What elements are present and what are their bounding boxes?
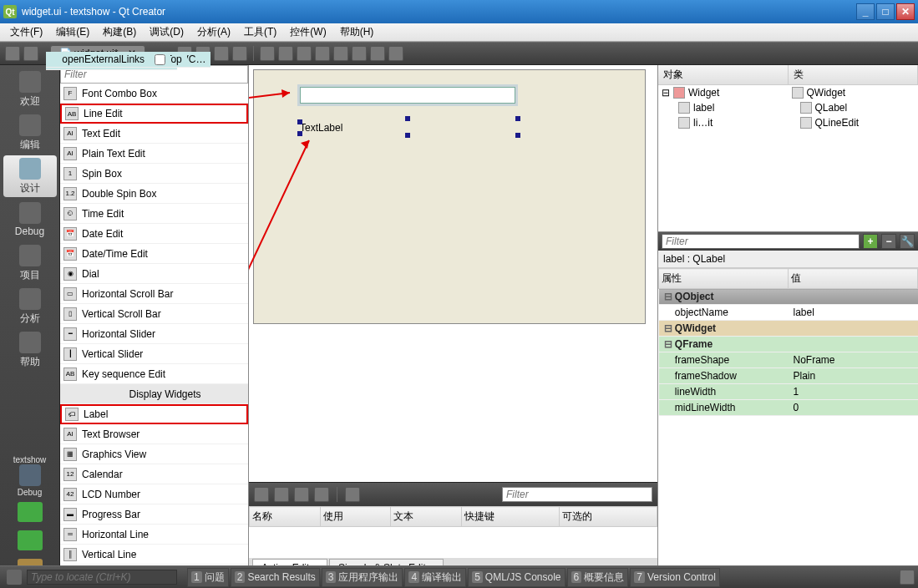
property-add-button[interactable]: + [863,234,878,249]
mode-欢迎[interactable]: 欢迎 [3,68,57,110]
menu-item[interactable]: 工具(T) [237,23,283,41]
property-remove-button[interactable]: − [881,234,896,249]
widget-display-widgets[interactable]: Display Widgets [60,384,248,404]
prop-row[interactable]: ⊟ QWidget [659,321,918,337]
widget-graphics-view[interactable]: ▦Graphics View [60,444,248,464]
menu-item[interactable]: 调试(D) [143,23,190,41]
widget-key-sequence-edit[interactable]: ABKey sequence Edit [60,364,248,384]
maximize-button[interactable]: □ [876,3,895,20]
menu-item[interactable]: 帮助(H) [333,23,381,41]
menu-item[interactable]: 编辑(E) [49,23,96,41]
widget-dial[interactable]: ◉Dial [60,264,248,284]
tool-layout-vs[interactable] [315,46,330,61]
action-new[interactable] [254,487,269,502]
prop-col-name[interactable]: 属性 [659,269,789,289]
close-button[interactable]: ✕ [896,3,915,20]
prop-row[interactable]: ⊟ QObject [659,289,918,305]
tool-layout-form[interactable] [352,46,367,61]
prop-row[interactable]: ⊟ QFrame [659,337,918,352]
property-config-button[interactable]: 🔧 [900,234,915,249]
widget-time-edit[interactable]: ⏲Time Edit [60,204,248,224]
prop-row[interactable]: frameShapeNoFrame [659,352,918,368]
property-editor[interactable]: 属性 值 ⊟ QObject objectNamelabel⊟ QWidget⊟… [658,268,918,582]
widget-list[interactable]: FFont Combo BoxABLine EditAIText EditAIP… [60,84,248,582]
widget-horizontal-line[interactable]: ═Horizontal Line [60,525,248,545]
output-pane-4[interactable]: 4编译输出 [404,568,466,587]
output-pane-3[interactable]: 3应用程序输出 [322,568,403,587]
prop-col-value[interactable]: 值 [789,269,918,289]
mode-编辑[interactable]: 编辑 [3,112,57,154]
menu-item[interactable]: 文件(F) [3,23,49,41]
widget-date/time-edit[interactable]: 📅Date/Time Edit [60,244,248,264]
locator-input[interactable] [27,570,177,585]
widget-calendar[interactable]: 12Calendar [60,464,248,484]
widget-text-edit[interactable]: AIText Edit [60,124,248,144]
mode-帮助[interactable]: 帮助 [3,329,57,371]
widget-text-browser[interactable]: AIText Browser [60,424,248,444]
prop-row[interactable]: objectNamelabel [659,305,918,321]
form-canvas[interactable]: TextLabel [249,65,657,482]
widget-spin-box[interactable]: 1Spin Box [60,164,248,184]
line-edit-widget[interactable] [300,87,515,104]
action-config[interactable] [345,487,360,502]
output-pane-6[interactable]: 6概要信息 [567,568,629,587]
action-filter-input[interactable] [502,487,652,502]
widget-vertical-scroll-bar[interactable]: ▯Vertical Scroll Bar [60,304,248,324]
debug-button[interactable] [18,530,43,550]
forward-button[interactable] [23,46,38,61]
widget-horizontal-slider[interactable]: ━Horizontal Slider [60,324,248,344]
widget-line-edit[interactable]: ABLine Edit [60,104,248,124]
widget-vertical-slider[interactable]: ┃Vertical Slider [60,344,248,364]
action-col[interactable]: 使用 [320,507,391,527]
output-pane-5[interactable]: 5QML/JS Console [468,568,565,587]
label-widget[interactable]: TextLabel [300,122,566,134]
object-row[interactable]: ⊟WidgetQWidget [658,85,918,100]
action-col[interactable]: 快捷键 [461,507,559,527]
tool-adjust-size[interactable] [388,46,403,61]
objtree-col-object[interactable]: 对象 [658,65,789,84]
action-col[interactable]: 文本 [391,507,462,527]
widget-plain-text-edit[interactable]: AIPlain Text Edit [60,144,248,164]
action-col[interactable]: 可选的 [559,507,657,527]
output-pane-1[interactable]: 1问题 [187,568,229,587]
action-table[interactable]: 名称使用文本快捷键可选的 [249,506,657,558]
object-inspector[interactable]: 对象 类 ⊟WidgetQWidgetlabelQLabelli…itQLine… [658,65,918,232]
form-widget[interactable]: TextLabel [253,69,646,324]
menu-item[interactable]: 分析(A) [190,23,237,41]
locator-icon[interactable] [7,570,22,585]
widget-progress-bar[interactable]: ▬Progress Bar [60,504,248,525]
property-filter-input[interactable] [662,234,860,249]
status-toggle[interactable] [900,570,915,585]
object-row[interactable]: labelQLabel [658,100,918,115]
mode-设计[interactable]: 设计 [3,155,57,197]
mode-项目[interactable]: 项目 [3,242,57,284]
back-button[interactable] [5,46,20,61]
widget-lcd-number[interactable]: 42LCD Number [60,484,248,504]
objtree-col-class[interactable]: 类 [789,65,919,84]
widget-date-edit[interactable]: 📅Date Edit [60,224,248,244]
prop-row[interactable]: frameShadowPlain [659,368,918,384]
widget-label[interactable]: 🏷Label [60,404,248,424]
prop-row[interactable]: lineWidth1 [659,384,918,400]
tool-break-layout[interactable] [370,46,385,61]
action-copy[interactable] [274,487,289,502]
tool-layout-grid[interactable] [333,46,348,61]
object-row[interactable]: li…itQLineEdit [658,115,918,130]
menu-item[interactable]: 构建(B) [96,23,143,41]
run-button[interactable] [18,502,43,522]
action-delete[interactable] [314,487,329,502]
output-pane-2[interactable]: 2Search Results [231,568,320,587]
widget-horizontal-scroll-bar[interactable]: ▭Horizontal Scroll Bar [60,284,248,304]
widget-font-combo-box[interactable]: FFont Combo Box [60,84,248,104]
output-pane-7[interactable]: 7Version Control [630,568,720,587]
action-paste[interactable] [294,487,309,502]
mode-分析[interactable]: 分析 [3,286,57,327]
project-selector[interactable]: textshowDebug [3,455,57,497]
widget-vertical-line[interactable]: ║Vertical Line [60,545,248,565]
prop-row[interactable]: midLineWidth0 [659,400,918,416]
widget-double-spin-box[interactable]: 1.2Double Spin Box [60,184,248,204]
minimize-button[interactable]: _ [856,3,875,20]
menu-item[interactable]: 控件(W) [283,23,332,41]
action-col[interactable]: 名称 [250,507,321,527]
mode-Debug[interactable]: Debug [3,199,57,241]
